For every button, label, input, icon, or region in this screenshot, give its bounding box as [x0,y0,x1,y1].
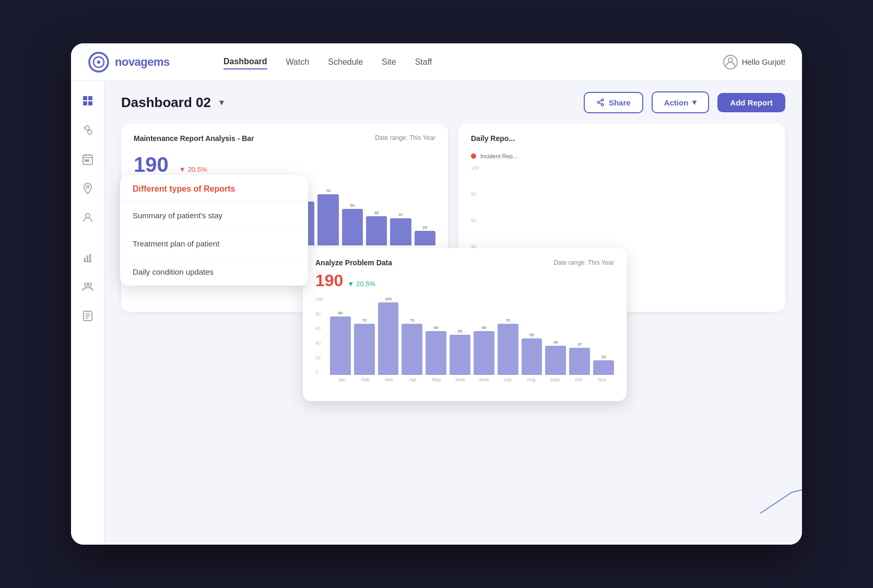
svg-rect-22 [84,257,86,262]
user-area[interactable]: Hello Gurjot! [723,55,785,69]
share-icon [596,98,605,107]
reports-type-popup: Different types of Reports Summary of pa… [120,175,308,286]
analyze-bar [498,324,518,375]
bar [342,209,363,245]
analyze-bar-group: 40 [545,297,566,375]
down-arrow-icon: ▼ [179,166,186,173]
popup-item-summary[interactable]: Summary of patient's stay [120,202,308,230]
svg-line-35 [599,100,602,102]
analyze-bar-group: 80 [330,297,351,375]
bar [415,231,435,245]
daily-report-title: Daily Repo... [471,134,515,143]
analyze-bar [474,331,494,375]
nav-schedule[interactable]: Schedule [328,55,363,69]
action-label: Action [664,98,689,107]
logo-area: novagems [88,51,223,73]
legend-label-incident: Incident Rep... [480,153,517,159]
chart-change: ▼ 20.5% [179,166,207,173]
share-button[interactable]: Share [584,92,643,113]
svg-point-9 [85,126,89,130]
action-chevron-icon: ▾ [692,98,697,107]
svg-rect-6 [88,96,92,100]
analyze-title: Analyze Problem Data [315,258,392,267]
sidebar-item-chart[interactable] [80,250,95,265]
analyze-bar-group: 70 [354,297,375,375]
sidebar-item-user[interactable] [80,210,95,225]
analyze-bar [402,324,422,375]
analyze-date-range: Date range: This Year [553,259,614,266]
bar-group: 20Nov [415,181,435,254]
popup-item-treatment[interactable]: Treatment plan of patient [120,230,308,258]
analyze-bar-group: 70 [498,297,518,375]
chart-title: Maintenance Report Analysis - Bar [134,134,254,143]
svg-rect-8 [88,101,92,105]
svg-point-10 [88,130,92,134]
svg-rect-23 [87,255,88,262]
top-nav: novagems Dashboard Watch Schedule Site S… [71,43,802,81]
sidebar-item-calendar[interactable] [80,152,95,167]
analyze-change: ▼ 20.5% [347,280,375,288]
svg-point-19 [86,186,89,189]
analyze-value: 190 [315,271,343,290]
app-container: novagems Dashboard Watch Schedule Site S… [71,43,802,545]
analyze-bar [450,335,470,375]
bar [366,216,387,245]
nav-staff[interactable]: Staff [415,55,432,69]
dashboard-title: Dashboard 02 [121,95,211,111]
svg-rect-24 [89,254,91,262]
logo-icon [88,51,110,73]
svg-point-2 [97,61,100,64]
svg-rect-17 [85,160,87,161]
analyze-bar-group: 70 [402,297,422,375]
analyze-bar-group: 100 [378,297,399,375]
analyze-bar [522,338,542,375]
analyze-bar [426,331,446,375]
nav-dashboard[interactable]: Dashboard [223,55,267,69]
analyze-bar-group: 60 [426,297,446,375]
up-arrow-icon: ▼ [347,280,354,288]
chart-value: 190 [134,153,169,177]
analyze-bar [569,348,590,375]
daily-report-header: Daily Repo... [471,134,773,149]
popup-title: Different types of Reports [133,184,235,193]
share-label: Share [609,98,631,107]
analyze-bar-group: 55 [450,297,470,375]
svg-point-26 [88,283,91,286]
analyze-bar [330,316,351,375]
add-report-label: Add Report [730,98,773,107]
add-report-button[interactable]: Add Report [717,93,785,112]
sidebar-item-location[interactable] [80,181,95,196]
svg-line-34 [599,103,602,104]
popup-item-daily[interactable]: Daily condition updates [120,258,308,286]
sidebar-item-people[interactable] [80,279,95,294]
user-name: Hello Gurjot! [742,57,785,66]
logo-text: novagems [115,55,170,69]
analyze-bar-group: 60 [474,297,494,375]
svg-point-33 [601,104,604,106]
svg-point-4 [728,58,733,62]
nav-watch[interactable]: Watch [286,55,310,69]
analyze-popup: Analyze Problem Data Date range: This Ye… [303,248,627,401]
analyze-bar [378,302,399,375]
analyze-chart-area: 100 80 60 40 20 0 8070100706055607050403… [315,297,614,391]
svg-rect-18 [87,160,89,161]
main-layout: Dashboard 02 ▾ Share Action ▾ [71,81,802,545]
legend: Incident Rep... [471,153,773,159]
dashboard-header: Dashboard 02 ▾ Share Action ▾ [104,81,802,124]
bar-group: 40Sept [366,181,387,254]
bar [390,218,411,245]
sidebar-item-dashboard[interactable] [80,93,95,108]
user-avatar-icon [723,55,738,69]
svg-rect-5 [83,96,87,100]
bar [317,194,338,245]
sidebar [71,81,104,545]
analyze-bar [545,346,566,375]
analyze-bar-group: 37 [569,297,590,375]
sidebar-item-search[interactable] [80,123,95,137]
nav-links: Dashboard Watch Schedule Site Staff [223,55,723,69]
chevron-down-icon[interactable]: ▾ [219,97,224,108]
action-button[interactable]: Action ▾ [652,91,710,113]
sidebar-item-file[interactable] [80,309,95,323]
nav-site[interactable]: Site [382,55,396,69]
svg-point-25 [85,283,88,286]
